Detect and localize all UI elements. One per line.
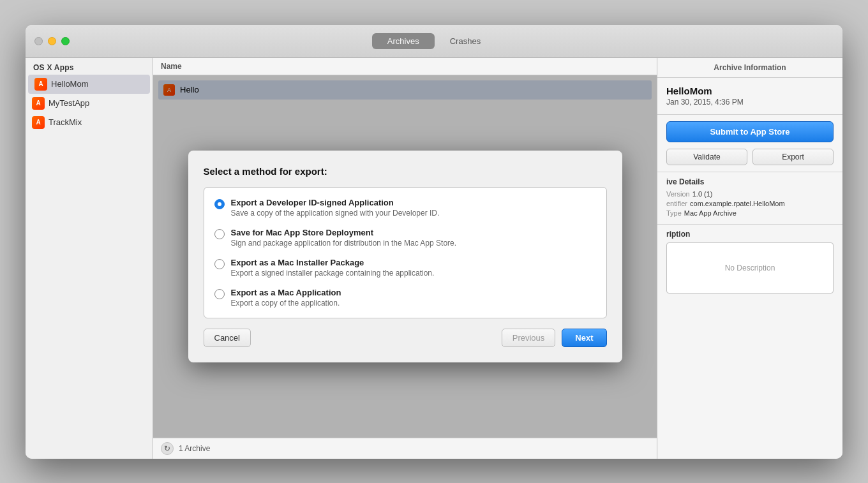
sidebar-label-mytestapp: MyTestApp (49, 98, 89, 108)
radio-mac-appstore[interactable] (214, 229, 225, 239)
modal-options: Export a Developer ID-signed Application… (204, 187, 607, 318)
modal-overlay: Select a method for export: Export a Dev… (153, 75, 657, 438)
export-button[interactable]: Export (752, 149, 834, 165)
radio-text-mac-appstore: Save for Mac App Store Deployment Sign a… (231, 228, 457, 248)
center-column-header: Name (153, 58, 657, 75)
submit-to-appstore-button[interactable]: Submit to App Store (666, 121, 834, 142)
type-label: Type (666, 209, 682, 217)
right-panel-header: Archive Information (657, 58, 842, 78)
cancel-button[interactable]: Cancel (204, 329, 251, 347)
sidebar-label-hellomom: HelloMom (51, 79, 89, 89)
refresh-button[interactable]: ↻ (161, 442, 174, 455)
details-row-type: Type Mac App Archive (666, 209, 834, 217)
radio-text-developer-id: Export a Developer ID-signed Application… (231, 198, 440, 218)
sidebar-item-trackmix[interactable]: A TrackMix (26, 113, 153, 132)
radio-mac-app[interactable] (214, 289, 225, 299)
no-description-text: No Description (725, 264, 775, 272)
archive-info-section: HelloMom Jan 30, 2015, 4:36 PM (657, 78, 842, 115)
radio-option-mac-appstore[interactable]: Save for Mac App Store Deployment Sign a… (214, 228, 596, 248)
next-button[interactable]: Next (562, 329, 606, 347)
radio-text-installer: Export as a Mac Installer Package Export… (231, 258, 435, 278)
identifier-label: entifier (666, 200, 687, 207)
tab-group: Archives Crashes (372, 33, 496, 49)
sidebar-item-hellomom[interactable]: A HelloMom (28, 75, 150, 94)
minimize-button[interactable] (48, 37, 56, 45)
main-window: Archives Crashes OS X Apps A HelloMom A … (26, 25, 842, 459)
type-value: Mac App Archive (684, 209, 737, 217)
app-icon-hellomom: A (34, 78, 47, 91)
version-value: 1.0 (1) (692, 190, 713, 198)
modal-title: Select a method for export: (204, 166, 607, 177)
modal-footer: Cancel Previous Next (204, 329, 607, 347)
radio-label-mac-app: Export as a Mac Application (231, 288, 341, 297)
description-box[interactable]: No Description (666, 242, 834, 294)
tab-crashes[interactable]: Crashes (435, 33, 496, 49)
previous-button[interactable]: Previous (502, 329, 556, 347)
details-title: ive Details (666, 177, 834, 186)
right-panel: Archive Information HelloMom Jan 30, 201… (657, 58, 842, 459)
radio-option-mac-app[interactable]: Export as a Mac Application Export a cop… (214, 288, 596, 308)
app-icon-trackmix: A (32, 116, 45, 129)
archive-display-name: HelloMom (666, 85, 834, 96)
modal-footer-right: Previous Next (502, 329, 607, 347)
maximize-button[interactable] (61, 37, 70, 45)
description-section: ription No Description (657, 224, 842, 459)
radio-label-mac-appstore: Save for Mac App Store Deployment (231, 228, 457, 237)
radio-label-installer: Export as a Mac Installer Package (231, 258, 435, 267)
center-footer: ↻ 1 Archive (153, 438, 657, 459)
app-icon-mytestapp: A (32, 97, 45, 110)
radio-desc-developer-id: Save a copy of the application signed wi… (231, 209, 440, 218)
radio-desc-mac-appstore: Sign and package application for distrib… (231, 239, 457, 248)
sidebar: OS X Apps A HelloMom A MyTestApp A Track… (26, 58, 153, 459)
sidebar-section-header: OS X Apps (26, 58, 153, 75)
details-row-identifier: entifier com.example.rpatel.HelloMom (666, 200, 834, 207)
traffic-lights (34, 37, 70, 45)
archive-date: Jan 30, 2015, 4:36 PM (666, 98, 834, 107)
titlebar: Archives Crashes (26, 25, 842, 58)
center-body: A Hello Select a method for export: Expo… (153, 75, 657, 438)
radio-option-developer-id[interactable]: Export a Developer ID-signed Application… (214, 198, 596, 218)
main-content: OS X Apps A HelloMom A MyTestApp A Track… (26, 58, 842, 459)
radio-option-installer[interactable]: Export as a Mac Installer Package Export… (214, 258, 596, 278)
description-title: ription (666, 230, 834, 239)
radio-developer-id[interactable] (214, 199, 225, 209)
tab-archives[interactable]: Archives (372, 33, 435, 49)
archive-count: 1 Archive (179, 444, 210, 453)
action-buttons: Validate Export (657, 149, 842, 172)
sidebar-label-trackmix: TrackMix (49, 117, 82, 127)
center-panel: Name A Hello Select a method for export: (153, 58, 657, 459)
sidebar-item-mytestapp[interactable]: A MyTestApp (26, 94, 153, 113)
export-modal: Select a method for export: Export a Dev… (188, 151, 622, 362)
validate-button[interactable]: Validate (666, 149, 747, 165)
close-button[interactable] (34, 37, 43, 45)
radio-desc-installer: Export a signed installer package contai… (231, 269, 435, 278)
identifier-value: com.example.rpatel.HelloMom (690, 200, 785, 207)
radio-text-mac-app: Export as a Mac Application Export a cop… (231, 288, 341, 308)
radio-desc-mac-app: Export a copy of the application. (231, 299, 341, 308)
details-section: ive Details Version 1.0 (1) entifier com… (657, 172, 842, 224)
details-row-version: Version 1.0 (1) (666, 190, 834, 198)
version-label: Version (666, 190, 690, 198)
radio-label-developer-id: Export a Developer ID-signed Application (231, 198, 440, 207)
radio-installer[interactable] (214, 259, 225, 269)
